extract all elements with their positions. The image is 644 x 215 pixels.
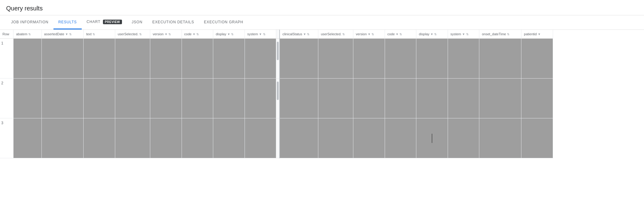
cell-row1-coldisplay [213,39,245,79]
sort-icon-system[interactable]: ▼ [259,33,262,36]
cell-row1-colpatientid [521,39,553,79]
resize-icon-onset[interactable]: ⇅ [507,33,509,36]
sort-icon-code2[interactable]: ▼ [396,33,399,36]
sort-icon-clinicalStatus[interactable]: ▼ [303,33,306,36]
cell-row1-colassertedDate [41,39,84,79]
resize-icon-code2[interactable]: ⇅ [399,33,402,36]
cell-row2-colcode [182,79,213,118]
cell-row3-colsystem2 [448,118,479,158]
cell-row2-coltext [84,79,115,118]
cell-row2-colabatem [14,79,41,118]
cell-row3-colassertedDate [41,118,84,158]
resize-icon-assertedDate[interactable]: ⇅ [69,33,72,36]
cell-row1-colsystem [245,39,276,79]
preview-badge: PREVIEW [103,20,122,24]
resize-icon-clinicalStatus[interactable]: ⇅ [307,33,309,36]
tabs-bar: JOB INFORMATION RESULTS CHART PREVIEW JS… [0,15,644,30]
resize-icon-code[interactable]: ⇅ [196,33,199,36]
sort-icon-display[interactable]: ▼ [227,33,230,36]
resize-icon-abatem[interactable]: ⇅ [28,33,31,36]
cell-row2-coldisplay [213,79,245,118]
sort-icon-system2[interactable]: ▼ [462,33,465,36]
col-header-code[interactable]: code ▼ ⇅ [182,30,213,39]
cell-row2-colclinicalStatus [280,79,318,118]
divider-cell-row3 [276,118,280,158]
cell-row1-coltext [84,39,115,79]
cell-row2-colpatientid [521,79,553,118]
col-header-display2[interactable]: display ▼ ⇅ [416,30,448,39]
resize-icon-system[interactable]: ⇅ [263,33,265,36]
cell-row1-colversion2 [353,39,385,79]
resize-icon-version[interactable]: ⇅ [168,33,171,36]
cell-row2-coluserSelected2 [318,79,353,118]
cell-row1-colabatem [14,39,41,79]
cell-row1-colonset_dateTime [479,39,521,79]
cell-row1-coluserSelected2 [318,39,353,79]
sort-icon-version[interactable]: ▼ [164,33,167,36]
cell-row2-coluserSelected [115,79,150,118]
tab-job-information[interactable]: JOB INFORMATION [6,16,53,29]
resize-icon-system2[interactable]: ⇅ [466,33,469,36]
cell-row1-coluserSelected [115,39,150,79]
sort-icon-patientid[interactable]: ▼ [538,33,541,36]
row-num-2: 2 [0,79,14,118]
cell-row3-colcode2 [385,118,416,158]
sort-icon-display2[interactable]: ▼ [430,33,434,36]
cell-row1-coldisplay2 [416,39,448,79]
cell-row1-colcode2 [385,39,416,79]
divider-cell-row2 [276,79,280,118]
col-header-onset-dateTime[interactable]: onset_dateTime ⇅ [479,30,521,39]
cell-row3-colversion2 [353,118,385,158]
col-header-code2[interactable]: code ▼ ⇅ [385,30,416,39]
col-header-patientid[interactable]: patientid ▼ [521,30,553,39]
resize-icon-text[interactable]: ⇅ [92,33,95,36]
cell-row2-coldisplay2 [416,79,448,118]
sort-icon-version2[interactable]: ▼ [368,33,371,36]
tab-execution-graph[interactable]: EXECUTION GRAPH [199,16,248,29]
col-header-userSelected2[interactable]: userSelected. ⇅ [318,30,353,39]
cell-row3-coldisplay2 [416,118,448,158]
cell-row3-coluserSelected [115,118,150,158]
col-header-clinicalStatus[interactable]: clinicalStatus ▼ ⇅ [280,30,318,39]
cell-row2-colonset_dateTime [479,79,521,118]
cell-row2-colsystem2 [448,79,479,118]
tab-results[interactable]: RESULTS [53,16,82,29]
tab-json[interactable]: JSON [127,16,147,29]
col-header-assertedDate[interactable]: assertedDate ▼ ⇅ [41,30,84,39]
resize-icon-version2[interactable]: ⇅ [371,33,374,36]
col-divider-1 [276,30,280,39]
col-header-text[interactable]: text ⇅ [84,30,115,39]
col-header-system[interactable]: system ▼ ⇅ [245,30,276,39]
tab-chart[interactable]: CHART PREVIEW [82,15,127,29]
cell-row1-colsystem2 [448,39,479,79]
page-title: Query results [0,0,644,15]
resize-icon-display[interactable]: ⇅ [231,33,234,36]
col-header-abatem[interactable]: abatem ⇅ [14,30,41,39]
cell-row1-colclinicalStatus [280,39,318,79]
cell-row3-colclinicalStatus [280,118,318,158]
table-container[interactable]: Row abatem ⇅ assertedDate ▼ ⇅ [0,30,644,208]
cell-row3-colsystem [245,118,276,158]
col-header-userSelected[interactable]: userSelected. ⇅ [115,30,150,39]
resize-icon-display2[interactable]: ⇅ [434,33,437,36]
col-header-display[interactable]: display ▼ ⇅ [213,30,245,39]
row-num-1: 1 [0,39,14,79]
col-header-version[interactable]: version ▼ ⇅ [150,30,182,39]
col-header-row: Row [0,30,14,39]
cell-row1-colversion [150,39,182,79]
resize-icon-userSelected2[interactable]: ⇅ [342,33,345,36]
row-num-3: 3 [0,118,14,158]
cell-row3-colonset_dateTime [479,118,521,158]
cell-row3-colabatem [14,118,41,158]
tab-execution-details[interactable]: EXECUTION DETAILS [147,16,199,29]
cell-row2-colassertedDate [41,79,84,118]
cell-row2-colversion [150,79,182,118]
cell-row2-colsystem [245,79,276,118]
col-header-system2[interactable]: system ▼ ⇅ [448,30,479,39]
col-header-version2[interactable]: version ▼ ⇅ [353,30,385,39]
cell-row3-colpatientid [521,118,553,158]
sort-icon-code[interactable]: ▼ [192,33,195,36]
cell-row1-colcode [182,39,213,79]
sort-icon-assertedDate[interactable]: ▼ [65,33,68,36]
resize-icon-userSelected[interactable]: ⇅ [139,33,142,36]
